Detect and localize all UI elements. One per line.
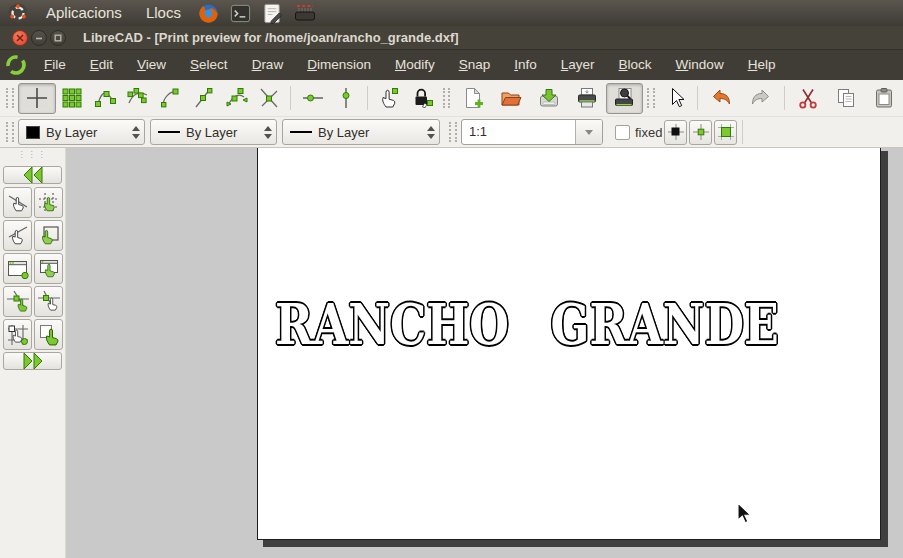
grid-snap-button[interactable] <box>56 83 89 114</box>
undo-button[interactable] <box>703 83 741 114</box>
center-to-page-icon <box>692 123 710 141</box>
places-menu[interactable]: Llocs <box>136 0 191 26</box>
toolbar-drag-handle[interactable] <box>6 122 14 142</box>
copy-button[interactable] <box>827 83 865 114</box>
toolbar-drag-handle[interactable] <box>443 88 451 108</box>
deselect-intersected-button[interactable] <box>34 286 63 317</box>
snap-middle-icon <box>191 86 215 110</box>
toolbar-separator <box>367 86 368 110</box>
print-button[interactable] <box>568 83 606 114</box>
maximize-button[interactable] <box>50 30 66 46</box>
paste-button[interactable] <box>865 83 903 114</box>
select-toolbar-dock: ⋮⋮⋮ <box>0 148 66 558</box>
chevron-down-icon <box>585 130 593 135</box>
menu-modify[interactable]: Modify <box>385 50 445 80</box>
menu-select[interactable]: Select <box>180 50 238 80</box>
width-swatch <box>158 131 180 133</box>
menu-draw[interactable]: Draw <box>242 50 294 80</box>
deselect-window-button[interactable] <box>34 220 63 251</box>
text-editor-icon[interactable] <box>261 1 285 25</box>
select-intersected-button[interactable] <box>3 286 32 317</box>
menu-bar: File Edit View Select Draw Dimension Mod… <box>0 50 903 80</box>
select-window-button[interactable] <box>34 187 63 218</box>
snap-middle-button[interactable] <box>187 83 220 114</box>
select-all-button[interactable] <box>34 319 63 350</box>
toolbar-drag-handle[interactable] <box>449 122 457 142</box>
paste-icon <box>872 86 896 110</box>
select-contour-icon <box>6 257 30 281</box>
scale-dropdown-button[interactable] <box>575 120 602 144</box>
forward-double-arrow-icon <box>21 352 45 370</box>
snap-intersection-button[interactable] <box>253 83 286 114</box>
minimize-button[interactable] <box>31 30 47 46</box>
black-white-toggle-button[interactable] <box>664 120 687 145</box>
select-layer-button[interactable] <box>3 319 32 350</box>
new-document-button[interactable] <box>454 83 492 114</box>
pointer-button[interactable] <box>659 83 692 114</box>
toolbar-separator <box>697 86 698 110</box>
set-relative-zero-button[interactable] <box>373 83 406 114</box>
linetype-swatch <box>290 131 312 133</box>
restrict-horizontal-button[interactable] <box>296 83 329 114</box>
fit-to-page-button[interactable] <box>714 120 737 145</box>
menu-dimension[interactable]: Dimension <box>297 50 381 80</box>
snap-distance-button[interactable] <box>220 83 253 114</box>
set-relative-zero-icon <box>377 86 401 110</box>
menu-snap[interactable]: Snap <box>449 50 501 80</box>
menu-block[interactable]: Block <box>609 50 662 80</box>
pen-linetype-value: By Layer <box>318 125 369 140</box>
pen-width-select[interactable]: By Layer <box>150 119 277 145</box>
lock-relative-zero-button[interactable] <box>406 83 439 114</box>
menu-view[interactable]: View <box>127 50 176 80</box>
snap-on-entity-button[interactable] <box>121 83 154 114</box>
menu-window[interactable]: Window <box>666 50 734 80</box>
ubuntu-logo-icon[interactable] <box>6 1 30 25</box>
select-contour-button[interactable] <box>3 253 32 284</box>
dock-drag-handle[interactable]: ⋮⋮⋮ <box>0 150 65 164</box>
center-to-page-button[interactable] <box>689 120 712 145</box>
snap-on-entity-icon <box>126 86 150 110</box>
redo-button[interactable] <box>741 83 779 114</box>
select-entity-button[interactable] <box>3 187 32 218</box>
deselect-window-icon <box>37 224 61 248</box>
deselect-contour-icon <box>37 257 61 281</box>
snap-center-button[interactable] <box>154 83 187 114</box>
print-preview-button[interactable] <box>606 83 644 114</box>
mouse-cursor-icon <box>737 502 754 526</box>
cut-button[interactable] <box>790 83 828 114</box>
navigate-back-button[interactable] <box>3 166 62 184</box>
deselect-entity-button[interactable] <box>3 220 32 251</box>
fixed-checkbox[interactable] <box>615 125 630 140</box>
graphics-tablet-icon[interactable] <box>293 1 317 25</box>
toolbar-drag-handle[interactable] <box>647 88 655 108</box>
snap-endpoint-button[interactable] <box>89 83 122 114</box>
pen-linetype-select[interactable]: By Layer <box>282 119 440 145</box>
terminal-icon[interactable] <box>229 1 253 25</box>
deselect-contour-button[interactable] <box>34 253 63 284</box>
pen-color-select[interactable]: By Layer <box>18 119 145 145</box>
menu-layer[interactable]: Layer <box>551 50 605 80</box>
close-button[interactable] <box>12 30 28 46</box>
print-scale-value[interactable]: 1:1 <box>462 120 575 144</box>
toolbar-separator <box>742 120 743 144</box>
menu-edit[interactable]: Edit <box>80 50 123 80</box>
restrict-vertical-button[interactable] <box>329 83 362 114</box>
open-file-button[interactable] <box>492 83 530 114</box>
print-scale-combo[interactable]: 1:1 <box>461 119 603 145</box>
free-snap-button[interactable] <box>18 83 56 114</box>
toolbar-drag-handle[interactable] <box>6 88 14 108</box>
librecad-window: Aplicacions Llocs LibreCAD - [Print prev… <box>0 0 903 558</box>
content-area: ⋮⋮⋮ <box>0 148 903 558</box>
menu-file[interactable]: File <box>34 50 76 80</box>
fixed-label: fixed <box>635 125 662 140</box>
save-file-icon <box>537 86 561 110</box>
firefox-icon[interactable] <box>197 1 221 25</box>
print-preview-canvas[interactable]: RANCHO GRANDE <box>66 148 903 558</box>
applications-menu[interactable]: Aplicacions <box>36 0 132 26</box>
save-file-button[interactable] <box>530 83 568 114</box>
print-icon <box>575 86 599 110</box>
menu-help[interactable]: Help <box>738 50 786 80</box>
navigate-forward-button[interactable] <box>3 352 62 370</box>
grid-snap-icon <box>60 86 84 110</box>
menu-info[interactable]: Info <box>504 50 547 80</box>
